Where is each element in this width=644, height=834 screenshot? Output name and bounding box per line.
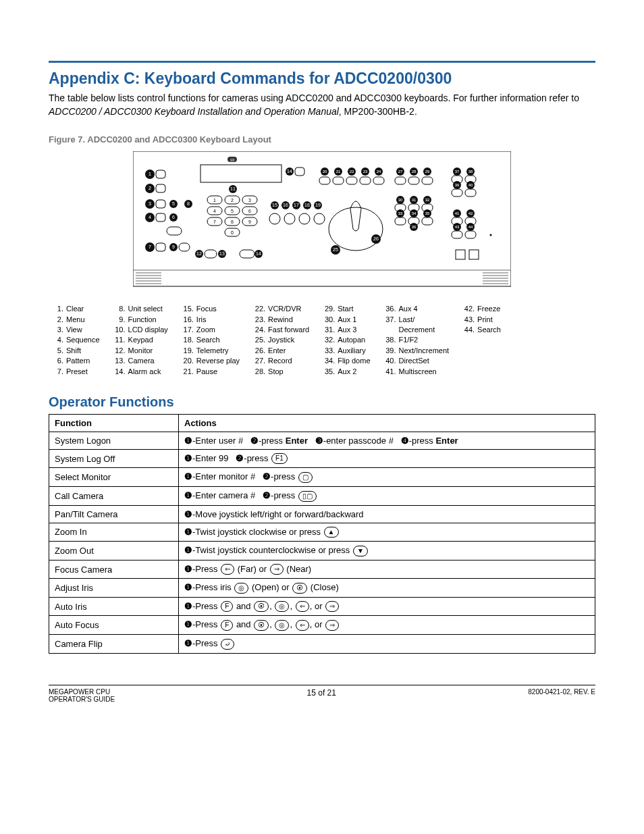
svg-text:1: 1 — [149, 172, 151, 176]
fn-cell: Camera Flip — [49, 634, 179, 653]
fn-cell: Call Camera — [49, 487, 179, 506]
actions-cell: ❶-Enter user # ❷-press Enter ❸-enter pas… — [179, 432, 595, 449]
fn-cell: Pan/Tilt Camera — [49, 505, 179, 523]
svg-rect-117 — [395, 217, 406, 225]
footer-right: 8200-0421-02, REV. E — [528, 688, 595, 703]
page-top-rule — [49, 61, 595, 63]
fn-cell: Focus Camera — [49, 560, 179, 579]
actions-cell: ❶-Enter 99 ❷-press F1 — [179, 449, 595, 468]
svg-rect-26 — [179, 243, 190, 251]
fn-cell: System Logon — [49, 432, 179, 449]
svg-text:7: 7 — [213, 219, 216, 224]
fn-cell: Auto Iris — [49, 597, 179, 616]
actions-cell: ❶-Enter monitor # ❷-press ▢ — [179, 468, 595, 487]
svg-text:39: 39 — [455, 183, 460, 187]
svg-text:43: 43 — [455, 225, 460, 229]
actions-cell: ❶-Move joystick left/right or forward/ba… — [179, 505, 595, 523]
fn-cell: Zoom Out — [49, 542, 179, 561]
svg-text:35: 35 — [425, 211, 430, 215]
svg-text:13: 13 — [219, 251, 225, 256]
svg-text:3: 3 — [248, 198, 251, 203]
svg-rect-61 — [295, 167, 304, 176]
svg-text:34: 34 — [412, 211, 417, 215]
svg-rect-89 — [360, 177, 371, 184]
svg-rect-139 — [465, 189, 476, 197]
svg-text:42: 42 — [468, 211, 473, 215]
svg-text:8: 8 — [187, 201, 190, 206]
footer-left-2: OPERATOR'S GUIDE — [49, 696, 115, 703]
page-title: Appendix C: Keyboard Commands for ADCC02… — [49, 70, 595, 88]
actions-cell: ❶-Enter camera # ❷-press ▯▢ — [179, 487, 595, 506]
svg-text:14: 14 — [287, 169, 292, 174]
svg-text:37: 37 — [455, 170, 460, 174]
svg-text:26: 26 — [373, 236, 379, 241]
svg-rect-23 — [167, 227, 182, 235]
svg-text:3: 3 — [149, 201, 151, 206]
actions-cell: ❶-Press ⇐ (Far) or ⇒ (Near) — [179, 560, 595, 579]
svg-text:2: 2 — [149, 186, 151, 190]
svg-rect-142 — [452, 231, 462, 238]
svg-text:10: 10 — [230, 158, 235, 162]
svg-text:23: 23 — [363, 170, 368, 174]
svg-text:5: 5 — [172, 201, 175, 206]
svg-rect-86 — [319, 177, 330, 184]
svg-text:41: 41 — [455, 211, 460, 215]
figure-caption: Figure 7. ADCC0200 and ADCC0300 Keyboard… — [49, 134, 595, 145]
svg-text:25: 25 — [333, 247, 338, 252]
svg-text:30: 30 — [398, 198, 403, 202]
svg-rect-15 — [156, 213, 165, 221]
svg-rect-6 — [156, 170, 165, 178]
svg-rect-119 — [422, 217, 433, 225]
actions-cell: ❶-Twist joystick counterclockwise or pre… — [179, 542, 595, 561]
svg-rect-97 — [395, 177, 406, 184]
actions-cell: ❶-Twist joystick clockwise or press ▲ — [179, 523, 595, 542]
actions-cell: ❶-Press F and ⦿, ◎, ⇐, or ⇒ — [179, 616, 595, 635]
footer-page-number: 15 of 21 — [307, 688, 336, 703]
svg-point-74 — [299, 213, 310, 224]
col-actions: Actions — [179, 414, 595, 432]
intro-text: The table below lists control functions … — [49, 92, 595, 118]
svg-text:14: 14 — [256, 251, 261, 256]
svg-point-75 — [314, 213, 325, 224]
svg-text:7: 7 — [149, 244, 151, 249]
operator-functions-table: Function Actions System Logon❶-Enter use… — [49, 414, 595, 654]
svg-text:1: 1 — [213, 198, 216, 203]
svg-text:18: 18 — [304, 203, 310, 207]
col-function: Function — [49, 414, 179, 432]
keyboard-legend: 1.Clear2.Menu3.View4.Sequence5.Shift6.Pa… — [49, 304, 595, 377]
keyboard-diagram: 10 1 2 3 4 7 5 6 9 8 11 123 456 789 — [133, 151, 511, 293]
fn-cell: Select Monitor — [49, 468, 179, 487]
footer-left-1: MEGAPOWER CPU — [49, 688, 115, 696]
fn-cell: Zoom In — [49, 523, 179, 542]
svg-text:22: 22 — [350, 170, 354, 174]
svg-rect-98 — [408, 177, 419, 184]
svg-text:33: 33 — [398, 211, 403, 215]
svg-rect-144 — [456, 250, 465, 259]
svg-text:9: 9 — [248, 219, 251, 224]
svg-rect-56 — [240, 250, 254, 258]
svg-rect-99 — [422, 177, 433, 184]
fn-cell: Auto Focus — [49, 616, 179, 635]
svg-text:16: 16 — [283, 203, 288, 207]
svg-text:36: 36 — [412, 225, 417, 229]
svg-text:19: 19 — [315, 203, 321, 207]
svg-text:8: 8 — [231, 219, 234, 224]
svg-text:44: 44 — [468, 225, 473, 229]
actions-cell: ❶-Press iris ◎ (Open) or ⦿ (Close) — [179, 579, 595, 598]
svg-text:9: 9 — [172, 244, 175, 249]
svg-rect-143 — [465, 231, 476, 238]
svg-text:32: 32 — [425, 198, 430, 202]
svg-text:31: 31 — [412, 198, 417, 202]
svg-rect-138 — [452, 189, 462, 197]
svg-text:20: 20 — [323, 170, 327, 174]
svg-text:21: 21 — [336, 170, 341, 174]
svg-text:0: 0 — [231, 230, 234, 235]
svg-text:6: 6 — [172, 215, 175, 219]
svg-text:38: 38 — [468, 170, 473, 174]
svg-rect-18 — [156, 243, 165, 251]
svg-rect-88 — [346, 177, 357, 184]
svg-text:12: 12 — [196, 251, 202, 256]
svg-text:4: 4 — [213, 209, 216, 213]
svg-point-73 — [284, 213, 295, 224]
table-body: System Logon❶-Enter user # ❷-press Enter… — [49, 432, 595, 653]
